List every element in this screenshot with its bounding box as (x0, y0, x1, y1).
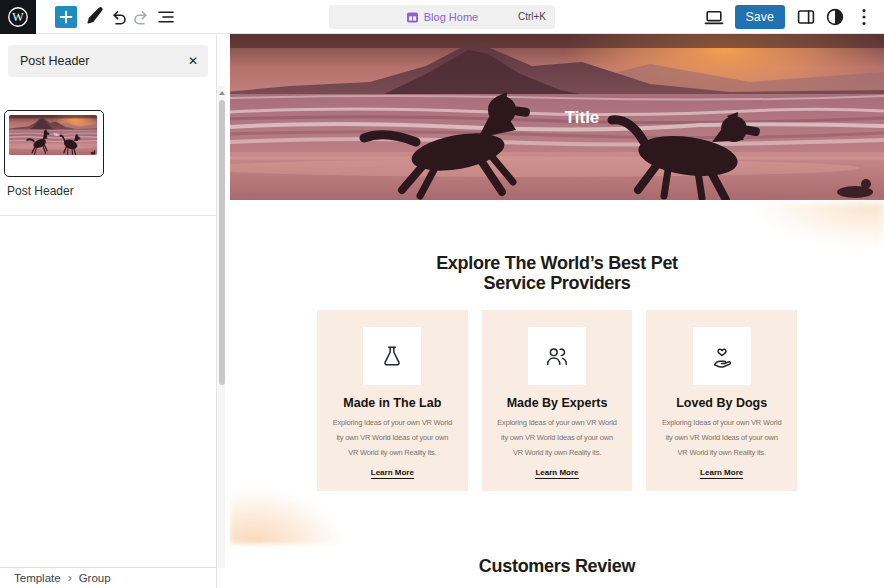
card-desc-line: VR World ity own Reality its. (317, 445, 468, 460)
services-heading[interactable]: Explore The World’s Best Pet Service Pro… (230, 253, 884, 293)
document-title: Blog Home (424, 11, 478, 23)
wordpress-logo-icon: W (7, 6, 29, 28)
card-desc-line: VR World ity own Reality its. (646, 445, 797, 460)
services-heading-line2: Service Providers (230, 273, 884, 293)
hero-image-dogs-beach (230, 34, 884, 200)
template-icon (406, 11, 419, 24)
post-header-cover-block[interactable] (230, 34, 884, 200)
card-description[interactable]: Exploring Ideas of your own VR World ity… (317, 415, 468, 460)
card-description[interactable]: Exploring Ideas of your own VR World ity… (482, 415, 633, 460)
undo-button[interactable] (106, 0, 130, 34)
pattern-search: ✕ (8, 45, 208, 77)
pattern-label: Post Header (7, 184, 74, 198)
chevron-right-icon: › (68, 571, 72, 585)
redo-button[interactable] (130, 0, 154, 34)
tools-button[interactable] (82, 0, 106, 34)
clear-search-button[interactable]: ✕ (180, 49, 206, 73)
card-icon-box (528, 327, 586, 385)
card-icon-box (363, 327, 421, 385)
list-view-button[interactable] (154, 0, 178, 34)
contrast-icon (823, 5, 847, 29)
heart-hand-icon (709, 343, 735, 369)
list-view-icon (154, 5, 178, 29)
pattern-item-post-header[interactable] (4, 110, 104, 177)
card-desc-line: ity own VR World Ideas of your own (317, 430, 468, 445)
decorative-wave-top-right (752, 203, 884, 247)
styles-button[interactable] (823, 0, 847, 34)
toolbar-tools (82, 0, 178, 34)
editor-canvas: Explore The World’s Best Pet Service Pro… (230, 34, 884, 588)
wordpress-logo[interactable]: W (0, 0, 36, 34)
pattern-preview-thumbnail (9, 115, 97, 155)
service-card-lab[interactable]: Made in The Lab Exploring Ideas of your … (317, 310, 468, 491)
card-title[interactable]: Made in The Lab (317, 396, 468, 410)
flask-icon (379, 343, 405, 369)
card-desc-line: Exploring Ideas of your own VR World (482, 415, 633, 430)
document-bar[interactable]: Blog Home Ctrl+K (329, 5, 555, 29)
redo-arrow-icon (130, 5, 154, 29)
card-title[interactable]: Loved By Dogs (646, 396, 797, 410)
kebab-menu-icon (852, 5, 876, 29)
breadcrumb-item-group[interactable]: Group (79, 572, 111, 584)
sidebar-divider (0, 215, 216, 216)
toolbar-right: Save (702, 0, 877, 34)
service-cards-row: Made in The Lab Exploring Ideas of your … (317, 310, 797, 491)
customers-review-heading[interactable]: Customers Review (230, 556, 884, 577)
scrollbar-thumb[interactable] (219, 100, 225, 385)
breadcrumb-item-template[interactable]: Template (14, 572, 61, 584)
preview-button[interactable] (702, 0, 726, 34)
options-menu-button[interactable] (852, 0, 876, 34)
card-title[interactable]: Made By Experts (482, 396, 633, 410)
service-card-experts[interactable]: Made By Experts Exploring Ideas of your … (482, 310, 633, 491)
sidebar-scrollbar[interactable] (218, 86, 225, 568)
card-desc-line: VR World ity own Reality its. (482, 445, 633, 460)
save-button[interactable]: Save (735, 5, 786, 29)
scroll-up-arrow-icon[interactable] (218, 89, 225, 97)
decorative-wave-bottom-left (230, 490, 342, 544)
card-desc-line: ity own VR World Ideas of your own (646, 430, 797, 445)
learn-more-link[interactable]: Learn More (535, 468, 578, 479)
command-shortcut: Ctrl+K (518, 11, 546, 22)
people-icon (544, 343, 570, 369)
laptop-icon (702, 5, 726, 29)
card-icon-box (693, 327, 751, 385)
card-description[interactable]: Exploring Ideas of your own VR World ity… (646, 415, 797, 460)
close-x-icon: ✕ (188, 54, 198, 68)
block-inserter-button[interactable] (55, 6, 77, 28)
inserter-sidebar: ✕ Post Header Template › Group (0, 35, 217, 588)
learn-more-link[interactable]: Learn More (700, 468, 743, 479)
svg-text:W: W (12, 10, 24, 24)
card-desc-line: ity own VR World Ideas of your own (482, 430, 633, 445)
learn-more-link[interactable]: Learn More (371, 468, 414, 479)
sidebar-panel-icon (794, 5, 818, 29)
settings-sidebar-button[interactable] (794, 0, 818, 34)
search-input[interactable] (8, 45, 208, 77)
card-desc-line: Exploring Ideas of your own VR World (317, 415, 468, 430)
editor-topbar: W (0, 0, 884, 34)
pencil-icon (82, 5, 106, 29)
block-breadcrumb: Template › Group (0, 567, 216, 588)
services-heading-line1: Explore The World’s Best Pet (230, 253, 884, 273)
undo-arrow-icon (106, 5, 130, 29)
plus-icon (55, 6, 77, 28)
card-desc-line: Exploring Ideas of your own VR World (646, 415, 797, 430)
service-card-dogs[interactable]: Loved By Dogs Exploring Ideas of your ow… (646, 310, 797, 491)
